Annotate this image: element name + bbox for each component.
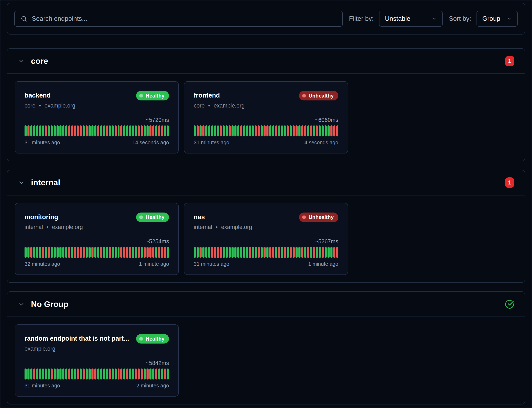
failure-bar (150, 247, 151, 258)
success-bar (202, 247, 205, 258)
filter-select[interactable]: Unstable (379, 11, 443, 27)
status-badge: Unhealthy (299, 91, 338, 101)
failure-bar (91, 247, 93, 258)
success-bar (27, 368, 30, 380)
success-bar (48, 368, 50, 380)
success-bar (65, 247, 67, 258)
success-bar (144, 125, 146, 136)
success-bar (103, 368, 105, 380)
failure-bar (164, 247, 166, 258)
success-bar (205, 125, 208, 136)
success-bar (33, 125, 35, 136)
failure-bar (86, 125, 88, 136)
success-bar (155, 125, 157, 136)
group-header-internal[interactable]: internal 1 (7, 170, 525, 196)
endpoint-card-frontend[interactable]: frontend core • example.org Unhealthy ~6… (184, 81, 348, 153)
failure-bar (129, 247, 131, 258)
latency-value: ~5842ms (25, 360, 169, 366)
card-head: monitoring internal • example.org Health… (25, 212, 169, 231)
endpoint-card-nas[interactable]: nas internal • example.org Unhealthy ~52… (184, 203, 348, 275)
endpoint-host: example.org (221, 224, 252, 230)
endpoint-subtitle: internal • example.org (194, 224, 252, 230)
success-bar (327, 125, 330, 136)
failure-bar (141, 125, 143, 136)
endpoint-card-monitoring[interactable]: monitoring internal • example.org Health… (15, 203, 179, 275)
success-bar (126, 125, 128, 136)
success-bar (80, 368, 82, 380)
failure-bar (258, 125, 260, 136)
group-body-core: backend core • example.org Healthy ~5729… (7, 74, 525, 161)
group-title: internal (31, 178, 60, 187)
success-bar (51, 247, 53, 258)
failure-bar (266, 125, 268, 136)
chevron-down-icon (507, 16, 512, 21)
failure-bar (301, 125, 303, 136)
filter-control: Filter by: Unstable (349, 11, 443, 27)
uptime-bars (25, 368, 169, 380)
group-header-no-group[interactable]: No Group (7, 292, 525, 317)
endpoint-name: frontend (194, 91, 245, 99)
status-dashboard: Filter by: Unstable Sort by: Group core … (0, 0, 532, 408)
endpoint-host: example.org (25, 346, 56, 352)
success-bar (164, 125, 166, 136)
success-bar (240, 247, 242, 258)
group-title: core (31, 57, 48, 66)
success-bar (42, 368, 44, 380)
failure-bar (109, 368, 111, 380)
endpoint-subtitle: internal • example.org (25, 224, 83, 230)
search-box[interactable] (14, 11, 343, 27)
failure-bar (42, 247, 44, 258)
search-icon (21, 15, 27, 22)
failure-bar (310, 125, 312, 136)
endpoint-card-backend[interactable]: backend core • example.org Healthy ~5729… (15, 81, 179, 153)
failure-bar (336, 247, 338, 258)
endpoint-host: example.org (214, 102, 245, 109)
newest-time: 4 seconds ago (304, 140, 338, 145)
failure-bar (144, 247, 146, 258)
time-range: 31 minutes ago 4 seconds ago (194, 140, 338, 145)
success-bar (65, 125, 67, 136)
failure-bar (147, 247, 149, 258)
oldest-time: 31 minutes ago (194, 140, 229, 145)
success-bar (89, 368, 91, 380)
card-head: nas internal • example.org Unhealthy (194, 212, 338, 231)
success-bar (246, 125, 248, 136)
success-bar (144, 368, 146, 380)
endpoint-name: backend (25, 91, 75, 99)
search-input[interactable] (32, 15, 336, 22)
success-bar (197, 247, 199, 258)
card-head: random endpoint that is not part... exam… (25, 334, 169, 352)
oldest-time: 31 minutes ago (194, 261, 229, 267)
endpoint-card-random[interactable]: random endpoint that is not part... exam… (15, 324, 179, 397)
success-bar (141, 247, 143, 258)
newest-time: 1 minute ago (308, 261, 338, 267)
success-bar (208, 125, 210, 136)
endpoint-name: random endpoint that is not part... (25, 334, 129, 342)
success-bar (150, 368, 151, 380)
success-bar (299, 247, 300, 258)
failure-bar (220, 125, 222, 136)
failure-bar (135, 368, 137, 380)
failure-bar (293, 125, 295, 136)
group-header-core[interactable]: core 1 (7, 49, 525, 74)
success-bar (115, 368, 117, 380)
success-bar (324, 247, 327, 258)
success-bar (59, 125, 61, 136)
failure-bar (296, 125, 298, 136)
failure-bar (249, 247, 251, 258)
success-bar (94, 247, 96, 258)
success-bar (118, 125, 120, 136)
failure-bar (115, 125, 117, 136)
chevron-down-icon (432, 16, 437, 21)
uptime-bars (25, 125, 169, 136)
failure-bar (322, 247, 324, 258)
success-bar (234, 247, 236, 258)
failure-bar (284, 247, 286, 258)
success-bar (132, 247, 134, 258)
failure-bar (264, 247, 266, 258)
endpoint-group: internal (25, 224, 43, 230)
success-bar (252, 125, 254, 136)
sort-select[interactable]: Group (476, 11, 518, 27)
failure-bar (68, 125, 70, 136)
success-bar (112, 368, 114, 380)
